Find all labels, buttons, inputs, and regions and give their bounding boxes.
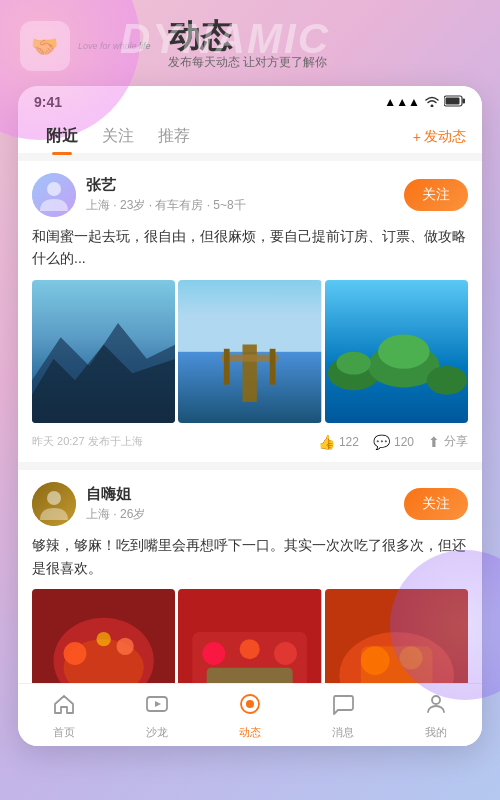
nav-item-salon[interactable]: 沙龙: [111, 692, 204, 740]
like-count: 122: [339, 435, 359, 449]
svg-rect-34: [207, 668, 293, 683]
svg-rect-9: [178, 280, 321, 352]
tab-nearby[interactable]: 附近: [34, 120, 90, 153]
user-meta: 上海 · 26岁: [86, 506, 404, 523]
svg-marker-57: [155, 701, 161, 707]
comment-action[interactable]: 💬 120: [373, 434, 414, 450]
svg-rect-2: [463, 98, 466, 103]
salon-icon: [145, 692, 169, 722]
bottom-nav: 首页 沙龙 动态: [18, 683, 482, 746]
status-icons: ▲▲▲: [384, 95, 466, 110]
message-icon: [331, 692, 355, 722]
svg-point-28: [96, 632, 110, 646]
post-text: 够辣，够麻！吃到嘴里会再想呼下一口。其实一次次吃了很多次，但还是很喜欢。: [32, 534, 468, 579]
svg-point-22: [47, 491, 61, 505]
svg-point-20: [378, 334, 430, 368]
svg-rect-3: [446, 97, 460, 104]
avatar[interactable]: [32, 173, 76, 217]
svg-point-31: [203, 642, 226, 665]
image-cell[interactable]: [178, 280, 321, 423]
nav-label-home: 首页: [53, 725, 75, 740]
image-cell[interactable]: [32, 280, 175, 423]
post-text: 和闺蜜一起去玩，很自由，但很麻烦，要自己提前订房、订票、做攻略什么的...: [32, 225, 468, 270]
nav-item-home[interactable]: 首页: [18, 692, 111, 740]
post-time: 昨天 20:27 发布于上海: [32, 434, 314, 449]
user-info: 张艺 上海 · 23岁 · 有车有房 · 5~8千: [86, 176, 404, 214]
share-icon: ⬆: [428, 434, 440, 450]
like-icon: 👍: [318, 434, 335, 450]
post-actions: 👍 122 💬 120 ⬆ 分享: [318, 433, 468, 450]
nav-item-dynamic[interactable]: 动态: [204, 692, 297, 740]
user-row: 张艺 上海 · 23岁 · 有车有房 · 5~8千 关注: [32, 173, 468, 217]
svg-point-32: [240, 639, 260, 659]
post-dynamic-button[interactable]: + 发动态: [413, 128, 466, 146]
tab-recommend[interactable]: 推荐: [146, 120, 202, 153]
svg-point-60: [432, 696, 440, 704]
image-cell[interactable]: [325, 280, 468, 423]
nav-label-profile: 我的: [425, 725, 447, 740]
svg-point-18: [426, 366, 466, 395]
svg-rect-12: [221, 354, 278, 361]
image-cell[interactable]: [178, 589, 321, 683]
header-title-area: DYNAMIC 动态 发布每天动态 让对方更了解你: [168, 20, 327, 71]
wifi-icon: [424, 95, 440, 110]
share-label: 分享: [444, 433, 468, 450]
user-row: 自嗨姐 上海 · 26岁 关注: [32, 482, 468, 526]
nav-label-message: 消息: [332, 725, 354, 740]
like-action[interactable]: 👍 122: [318, 434, 359, 450]
follow-button[interactable]: 关注: [404, 488, 468, 520]
svg-rect-11: [243, 344, 257, 401]
svg-rect-14: [270, 349, 276, 385]
post-images: [32, 280, 468, 423]
comment-count: 120: [394, 435, 414, 449]
user-info: 自嗨姐 上海 · 26岁: [86, 485, 404, 523]
signal-icon: ▲▲▲: [384, 95, 420, 109]
svg-point-27: [117, 638, 134, 655]
svg-point-59: [246, 700, 254, 708]
follow-button[interactable]: 关注: [404, 179, 468, 211]
nav-item-message[interactable]: 消息: [296, 692, 389, 740]
dynamic-bg-text: DYNAMIC: [120, 15, 330, 63]
image-cell[interactable]: [32, 589, 175, 683]
svg-point-5: [47, 182, 61, 196]
user-name: 张艺: [86, 176, 404, 195]
user-meta: 上海 · 23岁 · 有车有房 · 5~8千: [86, 197, 404, 214]
nav-label-salon: 沙龙: [146, 725, 168, 740]
svg-point-19: [336, 351, 370, 374]
nav-label-dynamic: 动态: [239, 725, 261, 740]
post-footer: 昨天 20:27 发布于上海 👍 122 💬 120 ⬆ 分享: [32, 433, 468, 450]
nav-tabs: 附近 关注 推荐 + 发动态: [18, 114, 482, 153]
plus-icon: +: [413, 129, 421, 145]
post-card: 张艺 上海 · 23岁 · 有车有房 · 5~8千 关注 和闺蜜一起去玩，很自由…: [18, 161, 482, 462]
svg-rect-13: [224, 349, 230, 385]
dynamic-icon: [238, 692, 262, 722]
avatar[interactable]: [32, 482, 76, 526]
comment-icon: 💬: [373, 434, 390, 450]
svg-point-26: [64, 642, 87, 665]
battery-icon: [444, 95, 466, 110]
tab-follow[interactable]: 关注: [90, 120, 146, 153]
home-icon: [52, 692, 76, 722]
user-name: 自嗨姐: [86, 485, 404, 504]
share-action[interactable]: ⬆ 分享: [428, 433, 468, 450]
post-label: 发动态: [424, 128, 466, 146]
svg-point-33: [274, 642, 297, 665]
